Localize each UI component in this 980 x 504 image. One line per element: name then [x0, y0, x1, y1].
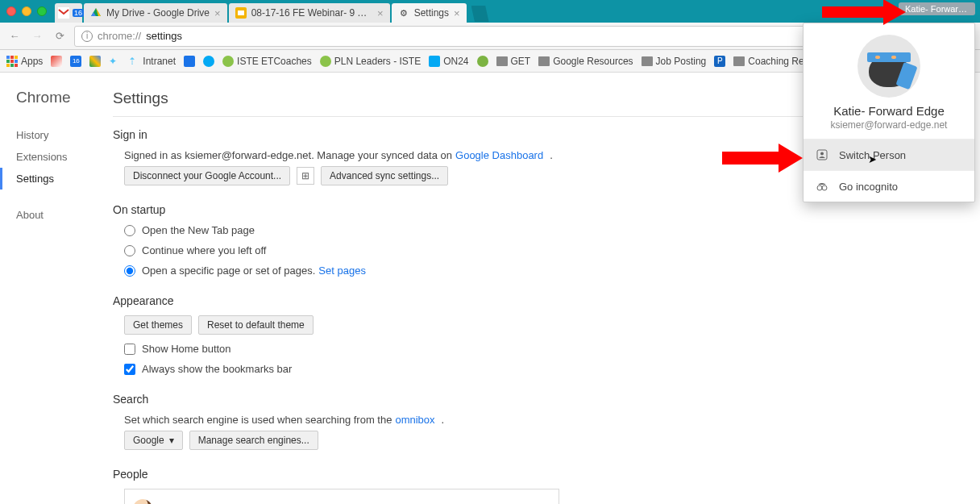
disconnect-account-button[interactable]: Disconnect your Google Account... — [124, 166, 290, 185]
gear-icon: ⚙ — [398, 7, 409, 19]
forward-button[interactable]: → — [29, 28, 45, 44]
reset-theme-button[interactable]: Reset to default theme — [198, 315, 314, 335]
section-heading: On startup — [113, 203, 948, 216]
site-info-icon[interactable]: i — [81, 31, 93, 42]
green-icon — [477, 56, 488, 67]
drive-icon — [90, 7, 102, 19]
startup-specific-radio[interactable] — [124, 265, 135, 277]
svg-rect-5 — [238, 10, 244, 15]
iste-icon — [222, 56, 234, 67]
close-window-button[interactable] — [6, 6, 16, 16]
url-scheme: chrome:// — [98, 30, 141, 42]
chevron-down-icon: ▾ — [169, 435, 174, 446]
startup-continue-radio[interactable] — [124, 245, 135, 256]
tab-drive[interactable]: My Drive - Google Drive × — [84, 3, 227, 23]
maximize-window-button[interactable] — [37, 6, 47, 16]
annotation-arrow-top — [822, 2, 911, 22]
set-pages-link[interactable]: Set pages — [318, 264, 366, 277]
svg-point-8 — [817, 185, 822, 190]
manage-search-engines-button[interactable]: Manage search engines... — [189, 431, 318, 450]
reload-button[interactable]: ⟳ — [52, 28, 68, 44]
pln-icon — [320, 56, 331, 67]
bookmark-item[interactable] — [51, 56, 62, 67]
sidebar-heading: Chrome — [16, 89, 97, 106]
switch-person-item[interactable]: Switch Person — [804, 139, 974, 170]
bookmark-folder[interactable]: Job Posting — [642, 56, 707, 67]
bookmark-folder[interactable]: Google Resources — [538, 56, 633, 67]
section-search: Search Set which search engine is used w… — [113, 393, 948, 450]
profile-name: Katie- Forward Edge — [812, 104, 966, 118]
sidebar-item-history[interactable]: History — [16, 124, 97, 146]
popup-header: Katie- Forward Edge ksiemer@forward-edge… — [804, 23, 974, 139]
bookmark-item[interactable]: P — [714, 56, 725, 67]
avatar — [133, 499, 152, 504]
incognito-icon — [815, 179, 829, 194]
bookmark-item[interactable]: ✦ — [109, 56, 120, 67]
folder-icon — [496, 56, 508, 66]
sidebar: Chrome History Extensions Settings About — [0, 73, 97, 504]
bookmark-item[interactable] — [203, 56, 214, 67]
minimize-window-button[interactable] — [22, 6, 31, 16]
gmail-icon — [58, 7, 69, 19]
sidebar-item-about[interactable]: About — [16, 204, 97, 226]
page-title: Settings — [113, 90, 168, 107]
bookmark-item[interactable] — [184, 56, 195, 67]
tab-gmail[interactable]: 16 — [55, 3, 82, 23]
bookmark-item[interactable]: ISTE ETCoaches — [222, 56, 312, 67]
get-themes-button[interactable]: Get themes — [124, 315, 192, 335]
svg-point-9 — [822, 185, 827, 190]
section-heading: Appearance — [113, 294, 948, 307]
bookmark-item[interactable]: ⇡Intranet — [128, 56, 176, 67]
apps-label: Apps — [21, 56, 43, 67]
startup-newtab-radio[interactable] — [124, 225, 135, 236]
people-list: Brooke — [124, 489, 559, 504]
drive-icon — [89, 56, 101, 67]
person-icon — [815, 148, 829, 162]
show-home-checkbox[interactable] — [124, 344, 135, 355]
section-startup: On startup Open the New Tab page Continu… — [113, 203, 948, 277]
omnibox[interactable]: i chrome://settings ☆ — [74, 26, 895, 47]
tab-slides[interactable]: 08-17-16 FE Webinar- 9 Time × — [229, 3, 390, 23]
apps-shortcut[interactable]: Apps — [6, 56, 43, 67]
profile-avatar — [858, 35, 920, 98]
section-heading: People — [113, 468, 948, 481]
bookmark-item[interactable] — [89, 56, 101, 67]
close-tab-icon[interactable]: × — [214, 7, 221, 19]
go-incognito-item[interactable]: Go incognito — [804, 170, 974, 202]
go-incognito-label: Go incognito — [839, 181, 898, 193]
signin-text: Signed in as ksiemer@forward-edge.net. M… — [124, 149, 452, 161]
show-bookmarks-checkbox[interactable] — [124, 364, 135, 375]
cursor-icon: ➤ — [868, 153, 877, 165]
back-button[interactable]: ← — [6, 28, 23, 44]
runner-icon: ✦ — [109, 56, 120, 67]
person-row[interactable]: Brooke — [131, 496, 552, 504]
sidebar-item-settings[interactable]: Settings — [0, 168, 97, 190]
section-people: People Brooke — [113, 468, 948, 504]
profile-popup: Katie- Forward Edge ksiemer@forward-edge… — [803, 23, 975, 202]
sync-grid-icon[interactable]: ⊞ — [297, 167, 314, 185]
advanced-sync-button[interactable]: Advanced sync settings... — [321, 166, 448, 185]
bookmark-folder[interactable]: GET — [496, 56, 531, 67]
tab-settings[interactable]: ⚙ Settings × — [392, 3, 467, 23]
close-tab-icon[interactable]: × — [454, 7, 460, 19]
close-tab-icon[interactable]: × — [377, 7, 384, 19]
bookmark-item[interactable] — [477, 56, 488, 67]
folder-icon — [733, 56, 745, 66]
google-dashboard-link[interactable]: Google Dashboard — [455, 149, 543, 161]
bookmark-item[interactable]: PLN Leaders - ISTE — [320, 56, 421, 67]
bookmark-item[interactable]: 16 — [70, 56, 81, 67]
tab-title: 08-17-16 FE Webinar- 9 Time — [251, 7, 372, 19]
omnibox-link[interactable]: omnibox — [395, 414, 434, 426]
slides-icon — [235, 7, 247, 19]
sidebar-item-extensions[interactable]: Extensions — [16, 146, 97, 168]
section-appearance: Appearance Get themes Reset to default t… — [113, 294, 948, 375]
cal2-icon — [184, 56, 195, 67]
p-icon: P — [714, 56, 725, 67]
search-engine-select[interactable]: Google▾ — [124, 431, 183, 450]
svg-point-7 — [820, 152, 824, 156]
folder-icon — [538, 56, 550, 66]
tab-title: Settings — [414, 7, 449, 19]
gmail-icon — [51, 56, 62, 67]
new-tab-button[interactable] — [471, 6, 489, 22]
bookmark-item[interactable]: ON24 — [429, 56, 468, 67]
